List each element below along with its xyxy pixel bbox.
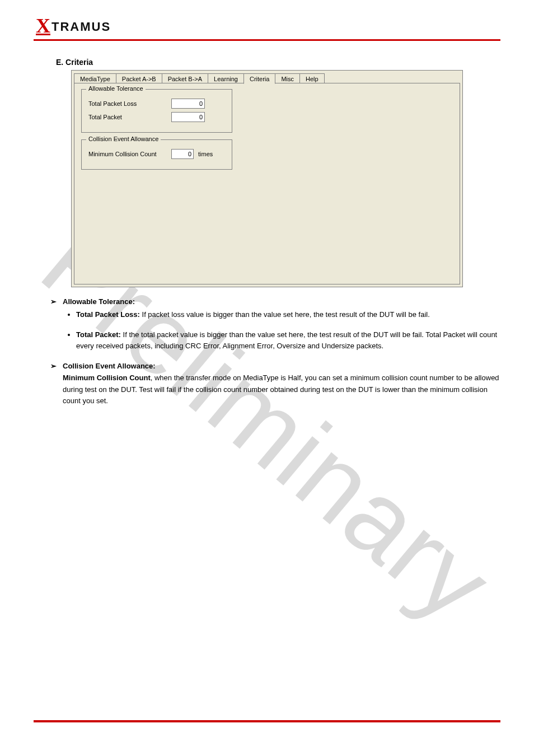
group-allowable-tolerance: Allowable Tolerance Total Packet Loss To… (81, 89, 232, 133)
description-list: Allowable Tolerance:Total Packet Loss: I… (50, 297, 500, 407)
sub-inline: Minimum Collision Count, when the transf… (63, 372, 500, 406)
group-collision-event-allowance: Collision Event Allowance Minimum Collis… (81, 139, 232, 170)
dialog-panel: Allowable Tolerance Total Packet Loss To… (74, 83, 460, 284)
brand-rest: TRAMUS (51, 18, 111, 36)
group-title: Collision Event Allowance (86, 136, 161, 142)
footer-rule (34, 720, 500, 722)
label-total-packet: Total Packet (88, 114, 167, 120)
input-min-collision-count[interactable] (171, 149, 194, 159)
tab-packet-b-a[interactable]: Packet B->A (162, 73, 208, 83)
sub-item: Total Packet Loss: If packet loss value … (76, 309, 500, 320)
dialog-screenshot: MediaTypePacket A->BPacket B->ALearningC… (71, 70, 463, 287)
dialog-tabs: MediaTypePacket A->BPacket B->ALearningC… (72, 71, 462, 83)
bullet-item: Collision Event Allowance:Minimum Collis… (50, 362, 500, 406)
section-heading: E. Criteria (56, 58, 500, 67)
sub-item: Total Packet: If the total packet value … (76, 329, 500, 352)
brand-x: X (36, 16, 50, 36)
tab-misc[interactable]: Misc (275, 73, 300, 83)
tab-criteria[interactable]: Criteria (243, 73, 275, 84)
tab-mediatype[interactable]: MediaType (74, 73, 116, 83)
input-total-packet-loss[interactable] (171, 99, 205, 109)
label-total-packet-loss: Total Packet Loss (88, 100, 167, 107)
label-min-collision-count: Minimum Collision Count (88, 151, 167, 157)
tab-packet-a-b[interactable]: Packet A->B (116, 73, 162, 83)
header-rule (34, 39, 500, 41)
sub-list: Total Packet Loss: If packet loss value … (76, 309, 500, 352)
input-total-packet[interactable] (171, 112, 205, 122)
tab-help[interactable]: Help (299, 73, 325, 83)
tab-learning[interactable]: Learning (208, 73, 244, 83)
brand-logo: X TRAMUS (36, 16, 500, 36)
bullet-item: Allowable Tolerance:Total Packet Loss: I… (50, 297, 500, 352)
unit-times: times (198, 151, 213, 157)
header: X TRAMUS (34, 16, 500, 41)
group-title: Allowable Tolerance (86, 85, 146, 92)
